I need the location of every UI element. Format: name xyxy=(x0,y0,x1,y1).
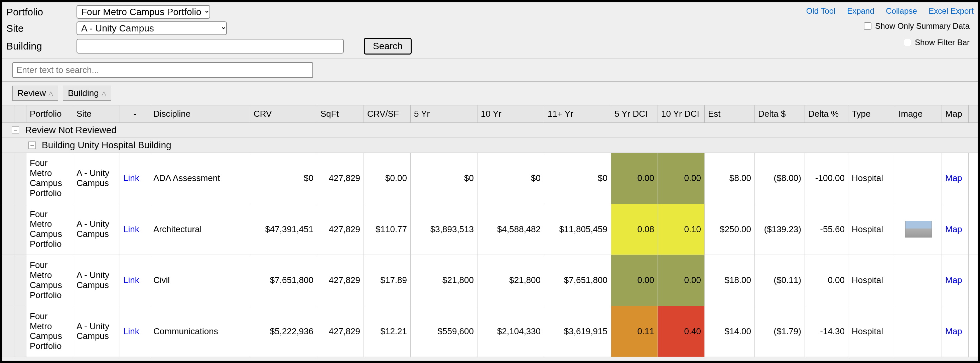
cell-crvsf: $0.00 xyxy=(364,153,410,204)
cell-est: $8.00 xyxy=(705,153,755,204)
cell-site: A - Unity Campus xyxy=(73,306,120,357)
header-crv[interactable]: CRV xyxy=(250,106,317,122)
cell-est: $250.00 xyxy=(705,204,755,255)
header-sqft[interactable]: SqFt xyxy=(317,106,364,122)
detail-link[interactable]: Link xyxy=(123,326,139,337)
header-link[interactable]: - xyxy=(120,106,150,122)
cell-5yr: $559,600 xyxy=(410,306,477,357)
cell-11yr: $0 xyxy=(544,153,611,204)
cell-sqft: 427,829 xyxy=(317,306,364,357)
building-thumbnail[interactable] xyxy=(905,221,932,238)
cell-type: Hospital xyxy=(848,255,895,306)
detail-link[interactable]: Link xyxy=(123,275,139,285)
map-link[interactable]: Map xyxy=(945,326,962,337)
header-map[interactable]: Map xyxy=(942,106,969,122)
cell-link[interactable]: Link xyxy=(120,306,150,357)
site-select[interactable]: A - Unity Campus xyxy=(76,21,227,35)
table-row: Four Metro Campus PortfolioA - Unity Cam… xyxy=(2,204,978,255)
group-row-review-label: Review Not Reviewed xyxy=(25,125,117,136)
group-chip-building[interactable]: Building △ xyxy=(63,86,111,101)
header-crvsf[interactable]: CRV/SF xyxy=(364,106,410,122)
row-indent1 xyxy=(14,255,26,306)
cell-portfolio: Four Metro Campus Portfolio xyxy=(26,204,73,255)
group-chip-review[interactable]: Review △ xyxy=(12,86,58,101)
group-row-review[interactable]: − Review Not Reviewed xyxy=(2,123,978,138)
cell-10yr-dci: 0.10 xyxy=(658,204,705,255)
header-indent1 xyxy=(14,106,26,122)
header-5dci[interactable]: 5 Yr DCI xyxy=(611,106,658,122)
cell-delta: ($8.00) xyxy=(755,153,805,204)
cell-link[interactable]: Link xyxy=(120,255,150,306)
header-delta[interactable]: Delta $ xyxy=(755,106,805,122)
cell-map[interactable]: Map xyxy=(942,204,969,255)
cell-5yr-dci: 0.11 xyxy=(611,306,658,357)
cell-delta: ($0.11) xyxy=(755,255,805,306)
cell-link[interactable]: Link xyxy=(120,153,150,204)
group-chip-review-label: Review xyxy=(18,88,46,98)
cell-10yr: $4,588,482 xyxy=(477,204,544,255)
cell-image xyxy=(895,153,942,204)
collapse-icon[interactable]: − xyxy=(12,126,19,134)
cell-5yr-dci: 0.00 xyxy=(611,153,658,204)
cell-5yr-dci: 0.08 xyxy=(611,204,658,255)
cell-11yr: $11,805,459 xyxy=(544,204,611,255)
cell-discipline: Communications xyxy=(150,306,250,357)
header-discipline[interactable]: Discipline xyxy=(150,106,250,122)
cell-link[interactable]: Link xyxy=(120,204,150,255)
header-10yr[interactable]: 10 Yr xyxy=(477,106,544,122)
data-rows: Four Metro Campus PortfolioA - Unity Cam… xyxy=(2,153,978,357)
header-est[interactable]: Est xyxy=(705,106,755,122)
header-deltapct[interactable]: Delta % xyxy=(805,106,848,122)
cell-deltapct: 0.00 xyxy=(805,255,848,306)
cell-sqft: 427,829 xyxy=(317,255,364,306)
cell-type: Hospital xyxy=(848,204,895,255)
header-portfolio[interactable]: Portfolio xyxy=(26,106,73,122)
cell-crvsf: $17.89 xyxy=(364,255,410,306)
cell-sqft: 427,829 xyxy=(317,153,364,204)
row-indent0 xyxy=(2,153,14,204)
cell-portfolio: Four Metro Campus Portfolio xyxy=(26,153,73,204)
show-summary-label: Show Only Summary Data xyxy=(875,21,970,31)
header-5yr[interactable]: 5 Yr xyxy=(410,106,477,122)
show-filterbar-checkbox[interactable] xyxy=(904,39,911,46)
collapse-icon[interactable]: − xyxy=(29,142,36,149)
detail-link[interactable]: Link xyxy=(123,173,139,183)
cell-5yr: $0 xyxy=(410,153,477,204)
cell-deltapct: -14.30 xyxy=(805,306,848,357)
cell-crvsf: $110.77 xyxy=(364,204,410,255)
group-row-building[interactable]: − Building Unity Hospital Building xyxy=(2,138,978,153)
cell-5yr-dci: 0.00 xyxy=(611,255,658,306)
cell-10yr: $0 xyxy=(477,153,544,204)
header-type[interactable]: Type xyxy=(848,106,895,122)
cell-delta: ($139.23) xyxy=(755,204,805,255)
map-link[interactable]: Map xyxy=(945,275,962,285)
cell-discipline: ADA Assessment xyxy=(150,153,250,204)
show-summary-checkbox[interactable] xyxy=(864,22,872,30)
header-11yr[interactable]: 11+ Yr xyxy=(544,106,611,122)
header-site[interactable]: Site xyxy=(73,106,120,122)
detail-link[interactable]: Link xyxy=(123,224,139,235)
cell-map[interactable]: Map xyxy=(942,153,969,204)
cell-est: $18.00 xyxy=(705,255,755,306)
row-indent0 xyxy=(2,255,14,306)
map-link[interactable]: Map xyxy=(945,173,962,183)
grid-search-input[interactable] xyxy=(12,62,313,78)
cell-10yr: $21,800 xyxy=(477,255,544,306)
building-input[interactable] xyxy=(76,39,344,54)
map-link[interactable]: Map xyxy=(945,224,962,235)
cell-10yr: $2,104,330 xyxy=(477,306,544,357)
grid-header: Portfolio Site - Discipline CRV SqFt CRV… xyxy=(2,105,978,123)
portfolio-select[interactable]: Four Metro Campus Portfolio xyxy=(76,5,210,19)
header-image[interactable]: Image xyxy=(895,106,942,122)
cell-image xyxy=(895,204,942,255)
cell-discipline: Civil xyxy=(150,255,250,306)
cell-site: A - Unity Campus xyxy=(73,255,120,306)
cell-crv: $5,222,936 xyxy=(250,306,317,357)
cell-type: Hospital xyxy=(848,153,895,204)
search-button[interactable]: Search xyxy=(364,38,412,54)
header-10dci[interactable]: 10 Yr DCI xyxy=(658,106,705,122)
cell-map[interactable]: Map xyxy=(942,255,969,306)
cell-map[interactable]: Map xyxy=(942,306,969,357)
sort-asc-icon: △ xyxy=(102,90,106,97)
cell-5yr: $3,893,513 xyxy=(410,204,477,255)
